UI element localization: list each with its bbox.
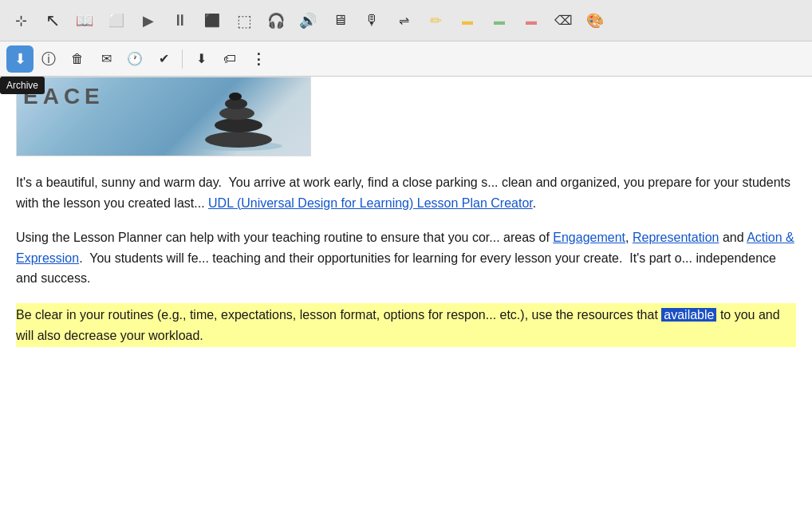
highlight-green-icon[interactable]: ▬ [485,6,514,35]
email-button[interactable]: ✉ [93,45,120,73]
content-area: EACE It's a beautiful, sunny and warm da… [0,77,812,521]
peace-image: EACE [16,77,311,156]
info-button[interactable]: ⓘ [35,45,62,73]
svg-point-1 [205,132,272,148]
archive-tooltip: Archive [0,77,45,94]
paragraph-2: Using the Lesson Planner can help with y… [16,227,796,289]
image-section: EACE [16,77,796,156]
available-highlight: available [661,308,716,322]
paragraph-1: It's a beautiful, sunny and warm day. Yo… [16,172,796,213]
engagement-link[interactable]: Engagement [553,231,625,244]
book-icon[interactable]: 📖 [70,6,99,35]
highlight-pink-icon[interactable]: ▬ [517,6,546,35]
pause-icon[interactable]: ⏸ [166,6,195,35]
shuffle-icon[interactable]: ⇌ [389,6,418,35]
svg-point-2 [215,118,262,132]
paint-icon[interactable]: 🎨 [581,6,609,35]
cursor-icon[interactable]: ↖ [38,6,67,35]
play-icon[interactable]: ▶ [134,6,163,35]
selection-icon[interactable]: ⬚ [230,6,258,35]
highlighted-paragraph: Be clear in your routines (e.g., time, e… [16,303,796,347]
more-options-button[interactable]: ⋮ [245,45,272,73]
pencil-icon[interactable]: ✏ [421,6,450,35]
archive-button[interactable]: ⬇ [6,45,34,73]
highlight-yellow-icon[interactable]: ▬ [453,6,482,35]
monitor-icon[interactable]: 🖥 [325,6,354,35]
checkmark-add-button[interactable]: ✔ [150,45,177,73]
stop-icon[interactable]: ⬛ [198,6,227,35]
record-icon[interactable]: 🔊 [294,6,322,35]
representation-link[interactable]: Representation [633,231,719,244]
toolbar-1: ⊹ ↖ 📖 ⬜ ▶ ⏸ ⬛ ⬚ 🎧 🔊 🖥 🎙 ⇌ ✏ ▬ ▬ ▬ ⌫ 🎨 [0,0,812,41]
toolbar-2: ⬇ ⓘ 🗑 ✉ 🕐 ✔ ⬇ 🏷 ⋮ Archive [0,41,812,77]
toolbar-separator [182,49,183,69]
udl-link[interactable]: UDL (Universal Design for Learning) Less… [208,196,533,210]
pointer-alt-icon[interactable]: ⊹ [6,6,35,35]
tag-button[interactable]: 🏷 [216,45,243,73]
headphone-icon[interactable]: 🎧 [262,6,290,35]
trash-button[interactable]: 🗑 [64,45,91,73]
clock-button[interactable]: 🕐 [121,45,148,73]
image-icon[interactable]: ⬜ [102,6,131,35]
text-content: It's a beautiful, sunny and warm day. Yo… [16,172,796,347]
download-button[interactable]: ⬇ [187,45,215,73]
headset-icon[interactable]: 🎙 [357,6,386,35]
svg-point-5 [229,93,242,101]
eraser-icon[interactable]: ⌫ [549,6,577,35]
stone-stack-image [191,77,286,152]
